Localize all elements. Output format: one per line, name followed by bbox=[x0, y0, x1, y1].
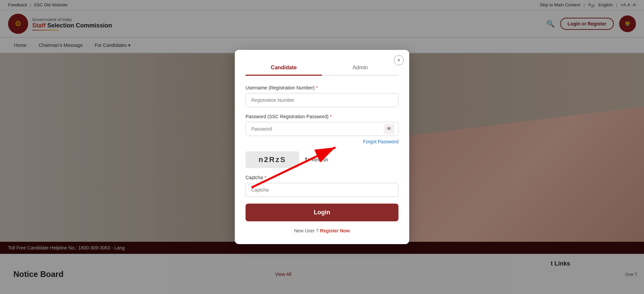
username-required: * bbox=[316, 85, 318, 90]
captcha-group: Captcha* bbox=[246, 175, 398, 197]
register-row: New User ? Register Now bbox=[246, 228, 398, 233]
forgot-password-link[interactable]: Forgot Password bbox=[363, 139, 398, 144]
modal-overlay[interactable]: × Candidate Admin Username (Registration… bbox=[0, 0, 644, 294]
refresh-label: Refresh bbox=[312, 157, 328, 162]
modal-tabs: Candidate Admin bbox=[246, 61, 398, 76]
toggle-password-btn[interactable]: 👁 bbox=[384, 124, 394, 134]
captcha-label: Captcha* bbox=[246, 175, 398, 180]
captcha-image: n2RzS bbox=[246, 151, 299, 168]
refresh-icon: ↻ bbox=[305, 156, 310, 163]
register-now-link[interactable]: Register Now bbox=[320, 228, 350, 233]
password-required: * bbox=[330, 114, 331, 119]
captcha-input[interactable] bbox=[246, 183, 398, 197]
password-input[interactable] bbox=[246, 122, 398, 136]
password-label: Password (SSC Registration Password)* bbox=[246, 114, 398, 119]
modal-close-btn[interactable]: × bbox=[394, 55, 404, 65]
password-wrapper: 👁 bbox=[246, 122, 398, 136]
username-input[interactable] bbox=[246, 93, 398, 107]
captcha-required: * bbox=[264, 175, 266, 180]
username-label: Username (Registration Number)* bbox=[246, 85, 398, 90]
password-group: Password (SSC Registration Password)* 👁 … bbox=[246, 114, 398, 145]
forgot-password-container: Forgot Password bbox=[246, 139, 398, 145]
new-user-text: New User ? bbox=[294, 228, 319, 233]
tab-candidate[interactable]: Candidate bbox=[246, 61, 322, 76]
captcha-display-row: n2RzS ↻ Refresh bbox=[246, 151, 398, 168]
login-modal: × Candidate Admin Username (Registration… bbox=[235, 50, 409, 244]
login-submit-btn[interactable]: Login bbox=[246, 204, 398, 221]
username-group: Username (Registration Number)* bbox=[246, 85, 398, 107]
refresh-captcha-btn[interactable]: ↻ Refresh bbox=[305, 156, 328, 163]
tab-admin[interactable]: Admin bbox=[322, 61, 398, 76]
